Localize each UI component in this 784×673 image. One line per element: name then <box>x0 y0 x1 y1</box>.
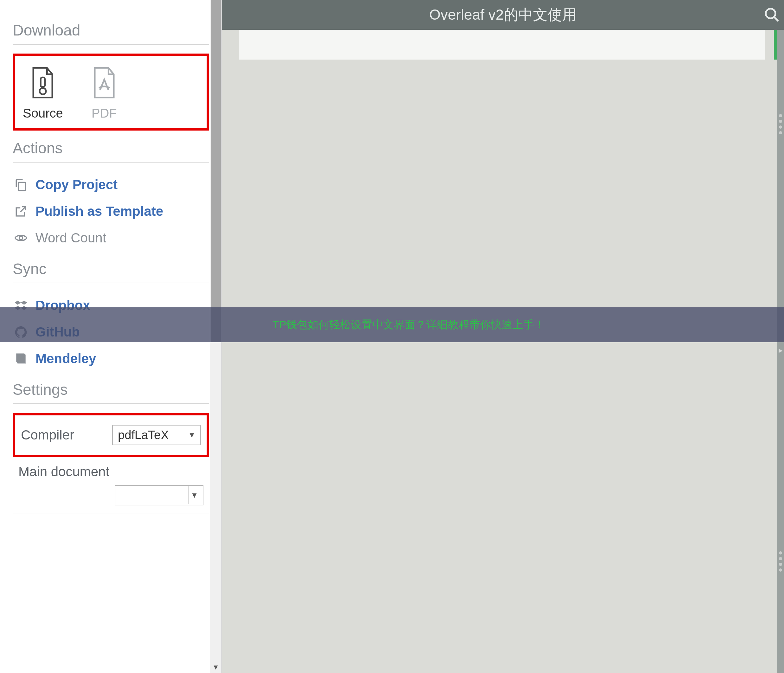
publish-template-label: Publish as Template <box>36 204 163 219</box>
actions-list: Copy Project Publish as Template <box>13 171 209 251</box>
copy-icon <box>14 178 28 192</box>
actions-heading: Actions <box>13 140 209 157</box>
external-link-icon <box>14 204 28 218</box>
chevron-down-icon: ▼ <box>186 426 198 444</box>
compiler-select-value: pdfLaTeX <box>118 428 169 442</box>
compiler-label: Compiler <box>21 427 74 443</box>
word-count-action[interactable]: Word Count <box>13 225 209 251</box>
download-highlight-box: Source PDF <box>13 54 209 131</box>
scrollbar-thumb[interactable] <box>211 0 221 342</box>
copy-project-action[interactable]: Copy Project <box>13 171 209 198</box>
copy-project-label: Copy Project <box>36 177 118 192</box>
zip-file-icon <box>30 67 56 98</box>
minimap-indicator <box>774 30 777 59</box>
document-page-edge <box>239 30 765 59</box>
pdf-file-icon <box>92 67 117 98</box>
divider <box>13 403 209 404</box>
app-root: Download Source <box>0 0 784 673</box>
book-icon <box>14 352 28 366</box>
word-count-label: Word Count <box>36 230 106 246</box>
resize-handle-dots[interactable] <box>778 114 783 134</box>
scroll-down-icon[interactable]: ▼ <box>210 662 221 673</box>
sidebar-inner: Download Source <box>13 22 209 514</box>
divider <box>13 283 209 283</box>
svg-point-1 <box>40 88 46 95</box>
divider <box>13 44 209 45</box>
download-source-button[interactable]: Source <box>23 67 63 120</box>
svg-point-4 <box>766 9 775 19</box>
resize-handle-dots[interactable] <box>778 551 783 572</box>
preview-topbar: Overleaf v2的中文使用 <box>222 0 784 30</box>
compiler-highlight-box: Compiler pdfLaTeX ▼ <box>13 413 209 457</box>
svg-point-3 <box>19 236 23 240</box>
document-title: Overleaf v2的中文使用 <box>429 5 576 25</box>
download-pdf-label: PDF <box>92 106 117 120</box>
eye-icon <box>14 231 28 245</box>
chevron-down-icon: ▼ <box>188 486 200 504</box>
compiler-select[interactable]: pdfLaTeX ▼ <box>112 425 201 445</box>
sync-mendeley-action[interactable]: Mendeley <box>13 345 209 372</box>
publish-template-action[interactable]: Publish as Template <box>13 198 209 225</box>
download-source-label: Source <box>23 106 63 120</box>
expand-panel-icon[interactable]: ▸ <box>779 345 783 355</box>
svg-rect-0 <box>41 77 45 87</box>
download-heading: Download <box>13 22 209 39</box>
overlay-banner[interactable]: TP钱包如何轻松设置中文界面？详细教程带你快速上手！ <box>0 307 784 342</box>
sync-mendeley-label: Mendeley <box>36 351 96 366</box>
settings-heading: Settings <box>13 381 209 398</box>
search-icon[interactable] <box>764 7 780 23</box>
download-pdf-button[interactable]: PDF <box>92 67 117 120</box>
overlay-banner-text: TP钱包如何轻松设置中文界面？详细教程带你快速上手！ <box>272 317 545 332</box>
main-document-label: Main document <box>13 464 209 479</box>
divider <box>13 514 209 514</box>
main-document-row: Main document ▼ <box>13 464 209 505</box>
sync-heading: Sync <box>13 260 209 278</box>
svg-rect-2 <box>19 182 26 191</box>
main-document-select[interactable]: ▼ <box>115 485 204 505</box>
divider <box>13 162 209 163</box>
